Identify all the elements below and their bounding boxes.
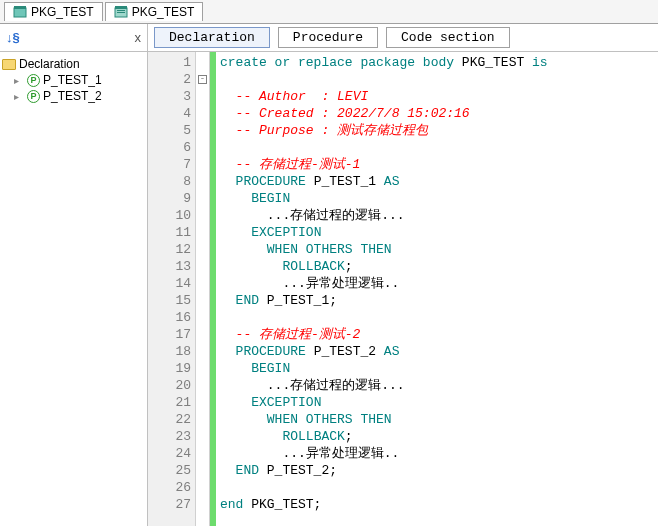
line-number: 22 [148, 411, 191, 428]
package-body-icon [114, 5, 128, 19]
folder-icon [2, 59, 16, 70]
svg-rect-0 [14, 8, 26, 17]
line-number: 10 [148, 207, 191, 224]
code-line[interactable] [220, 479, 654, 496]
line-number: 4 [148, 105, 191, 122]
code-nav-toolbar: Declaration Procedure Code section [148, 24, 658, 52]
line-number: 26 [148, 479, 191, 496]
svg-rect-1 [14, 6, 26, 9]
line-number: 23 [148, 428, 191, 445]
line-number: 9 [148, 190, 191, 207]
package-spec-icon [13, 5, 27, 19]
editor-panel: Declaration Procedure Code section 12345… [148, 24, 658, 526]
code-line[interactable]: END P_TEST_1; [220, 292, 654, 309]
code-line[interactable] [220, 139, 654, 156]
line-number: 14 [148, 275, 191, 292]
code-line[interactable]: ROLLBACK; [220, 258, 654, 275]
line-number-gutter: 1234567891011121314151617181920212223242… [148, 52, 196, 526]
line-number: 19 [148, 360, 191, 377]
line-number: 24 [148, 445, 191, 462]
line-number: 16 [148, 309, 191, 326]
code-line[interactable]: END P_TEST_2; [220, 462, 654, 479]
line-number: 11 [148, 224, 191, 241]
line-number: 21 [148, 394, 191, 411]
code-line[interactable]: BEGIN [220, 190, 654, 207]
svg-rect-5 [117, 12, 125, 13]
code-line[interactable] [220, 71, 654, 88]
expand-icon[interactable]: ▸ [14, 91, 24, 102]
code-editor[interactable]: 1234567891011121314151617181920212223242… [148, 52, 658, 526]
line-number: 13 [148, 258, 191, 275]
tree-label: Declaration [19, 57, 80, 71]
line-number: 27 [148, 496, 191, 513]
line-number: 17 [148, 326, 191, 343]
nav-declaration-button[interactable]: Declaration [154, 27, 270, 48]
line-number: 20 [148, 377, 191, 394]
nav-codesection-button[interactable]: Code section [386, 27, 510, 48]
line-number: 2 [148, 71, 191, 88]
tree-label: P_TEST_2 [43, 89, 102, 103]
line-number: 15 [148, 292, 191, 309]
line-number: 5 [148, 122, 191, 139]
code-line[interactable]: WHEN OTHERS THEN [220, 241, 654, 258]
code-line[interactable]: PROCEDURE P_TEST_1 AS [220, 173, 654, 190]
code-line[interactable]: ...存储过程的逻辑... [220, 207, 654, 224]
tree-root-declaration[interactable]: Declaration [2, 56, 145, 72]
code-line[interactable]: ...异常处理逻辑.. [220, 445, 654, 462]
code-line[interactable]: -- Author : LEVI [220, 88, 654, 105]
svg-rect-3 [115, 6, 127, 9]
code-line[interactable]: ...异常处理逻辑.. [220, 275, 654, 292]
fold-gutter[interactable]: - [196, 52, 210, 526]
tree-item-proc-2[interactable]: ▸ P P_TEST_2 [2, 88, 145, 104]
tab-label: PKG_TEST [31, 5, 94, 19]
code-line[interactable]: -- 存储过程-测试-1 [220, 156, 654, 173]
code-line[interactable] [220, 309, 654, 326]
line-number: 6 [148, 139, 191, 156]
procedure-icon: P [27, 90, 40, 103]
editor-tab-bar: PKG_TEST PKG_TEST [0, 0, 658, 24]
structure-toolbar: ↓§ x [0, 24, 147, 52]
code-line[interactable]: EXCEPTION [220, 224, 654, 241]
code-line[interactable]: ROLLBACK; [220, 428, 654, 445]
line-number: 1 [148, 54, 191, 71]
nav-procedure-button[interactable]: Procedure [278, 27, 378, 48]
tree-label: P_TEST_1 [43, 73, 102, 87]
code-line[interactable]: WHEN OTHERS THEN [220, 411, 654, 428]
code-line[interactable]: -- Created : 2022/7/8 15:02:16 [220, 105, 654, 122]
code-line[interactable]: PROCEDURE P_TEST_2 AS [220, 343, 654, 360]
code-line[interactable]: -- Purpose : 测试存储过程包 [220, 122, 654, 139]
code-area[interactable]: create or replace package body PKG_TEST … [216, 52, 658, 526]
fold-toggle-icon[interactable]: - [198, 75, 207, 84]
code-line[interactable]: EXCEPTION [220, 394, 654, 411]
svg-rect-4 [117, 10, 125, 11]
tab-pkg-test-body[interactable]: PKG_TEST [105, 2, 204, 21]
expand-icon[interactable]: ▸ [14, 75, 24, 86]
tab-label: PKG_TEST [132, 5, 195, 19]
close-panel-button[interactable]: x [135, 30, 142, 45]
line-number: 25 [148, 462, 191, 479]
procedure-icon: P [27, 74, 40, 87]
line-number: 8 [148, 173, 191, 190]
tree-item-proc-1[interactable]: ▸ P P_TEST_1 [2, 72, 145, 88]
line-number: 12 [148, 241, 191, 258]
structure-tree: Declaration ▸ P P_TEST_1 ▸ P P_TEST_2 [0, 52, 147, 108]
code-line[interactable]: ...存储过程的逻辑... [220, 377, 654, 394]
code-line[interactable]: end PKG_TEST; [220, 496, 654, 513]
line-number: 7 [148, 156, 191, 173]
code-line[interactable]: BEGIN [220, 360, 654, 377]
code-line[interactable]: -- 存储过程-测试-2 [220, 326, 654, 343]
line-number: 3 [148, 88, 191, 105]
sort-icon[interactable]: ↓§ [6, 30, 20, 45]
structure-panel: ↓§ x Declaration ▸ P P_TEST_1 ▸ P P_TEST… [0, 24, 148, 526]
tab-pkg-test-spec[interactable]: PKG_TEST [4, 2, 103, 21]
code-line[interactable]: create or replace package body PKG_TEST … [220, 54, 654, 71]
line-number: 18 [148, 343, 191, 360]
